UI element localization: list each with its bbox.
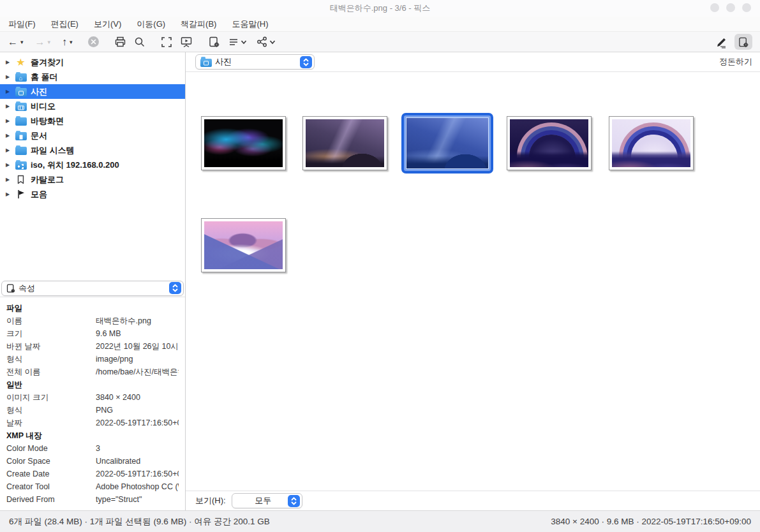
disclosure-triangle-icon[interactable]: ▶ <box>4 89 11 94</box>
thumbnail-milky-way[interactable] <box>302 116 387 170</box>
property-row: 날짜 2022-05-19T17:16:50+0... <box>6 417 179 429</box>
disclosure-triangle-icon[interactable]: ▶ <box>4 147 11 153</box>
property-label: Creator Tool <box>6 482 96 491</box>
menu-go[interactable]: 이동(G) <box>137 18 165 30</box>
properties-selector[interactable]: 속성 <box>1 281 184 296</box>
view-filter-label: 보기(H): <box>195 495 226 506</box>
disclosure-triangle-icon[interactable]: ▶ <box>4 177 11 182</box>
up-icon[interactable]: ↑ <box>62 34 67 50</box>
share-expand-chevron-icon[interactable] <box>268 34 277 50</box>
forward-icon[interactable]: → <box>35 34 45 50</box>
properties-panel: 속성 파일 이름 태백은하수.png 크기 9.6 MB <box>0 279 185 510</box>
stepper-chevrons-icon[interactable] <box>300 56 312 68</box>
star-icon: ★ <box>16 57 25 68</box>
property-row: 이미지 크기 3840 × 2400 <box>6 391 179 404</box>
presentation-icon[interactable] <box>180 34 193 50</box>
property-value: Adobe Photoshop CC (Wi... <box>96 482 179 491</box>
stepper-chevrons-icon[interactable] <box>169 282 181 294</box>
disclosure-triangle-icon[interactable]: ▶ <box>4 103 11 109</box>
places-tree: ▶ ★ 즐겨찾기 ▶ ⌂ 홈 폴더 ▶ 사진 ▶ 비디오 <box>0 52 185 279</box>
property-label: 바뀐 날짜 <box>6 341 96 352</box>
properties-icon[interactable] <box>208 34 220 50</box>
print-icon[interactable] <box>114 34 126 50</box>
sidebar-item-favorites[interactable]: ▶ ★ 즐겨찾기 <box>0 55 185 70</box>
property-value: image/png <box>96 355 179 364</box>
sidebar-item-label: 즐겨찾기 <box>31 57 64 68</box>
folder-icon <box>15 147 27 155</box>
sidebar-item-label: iso, 위치 192.168.0.200 <box>31 159 119 171</box>
menu-help[interactable]: 도움말(H) <box>232 18 268 30</box>
sidebar-item-filesystem[interactable]: ▶ 파일 시스템 <box>0 143 185 158</box>
app-window: 태백은하수.png - 3/6 - 픽스 파일(F) 편집(E) 보기(V) 이… <box>0 0 760 532</box>
folder-selector[interactable]: 사진 <box>195 54 315 70</box>
network-folder-icon <box>15 161 27 170</box>
disclosure-triangle-icon[interactable]: ▶ <box>4 74 11 80</box>
view-filter-bar: 보기(H): 모두 <box>186 491 760 510</box>
status-right-text: 3840 × 2400 · 9.6 MB · 2022-05-19T17:16:… <box>551 517 751 526</box>
edit-pencil-icon[interactable] <box>715 34 728 50</box>
sidebar-item-home[interactable]: ▶ ⌂ 홈 폴더 <box>0 70 185 84</box>
menu-edit[interactable]: 편집(E) <box>51 18 78 30</box>
bookmark-icon <box>17 175 25 184</box>
property-label: Color Space <box>6 457 96 466</box>
property-value: 2022-05-19T17:16:50+0... <box>96 469 179 478</box>
stepper-chevrons-icon[interactable] <box>288 495 300 507</box>
fullscreen-icon[interactable] <box>161 34 172 50</box>
disclosure-triangle-icon[interactable]: ▶ <box>4 191 11 197</box>
documents-folder-icon <box>15 132 27 140</box>
window-close-button[interactable] <box>742 3 751 12</box>
property-label: 날짜 <box>6 418 96 429</box>
property-row: 바뀐 날짜 2022년 10월 26일 10시 4... <box>6 340 179 353</box>
properties-section-title: 일반 <box>6 378 179 391</box>
thumbnail-pastel-hills[interactable] <box>201 218 286 272</box>
thumbnail-rock-arch-light[interactable] <box>609 116 694 170</box>
property-row: Color Mode 3 <box>6 442 179 455</box>
menu-view[interactable]: 보기(V) <box>94 18 121 30</box>
status-bar: 6개 파일 (28.4 MB) · 1개 파일 선택됨 (9.6 MB) · 여… <box>0 510 760 532</box>
property-label: 형식 <box>6 354 96 365</box>
sidebar-item-videos[interactable]: ▶ 비디오 <box>0 99 185 114</box>
view-filter-selector[interactable]: 모두 <box>232 493 302 508</box>
pictures-folder-icon <box>15 88 27 96</box>
toolbar: ← ▾ → ▾ ↑ ▾ <box>0 32 760 52</box>
property-value: 2022-05-19T17:16:50+0... <box>96 418 179 427</box>
disclosure-triangle-icon[interactable]: ▶ <box>4 162 11 168</box>
stop-icon[interactable] <box>88 34 99 50</box>
menu-file[interactable]: 파일(F) <box>8 18 36 30</box>
back-history-chevron-icon[interactable]: ▾ <box>20 34 24 50</box>
sidebar-item-catalog[interactable]: ▶ 카탈로그 <box>0 172 185 187</box>
arrange-button[interactable]: 정돈하기 <box>719 56 752 68</box>
window-minimize-button[interactable] <box>710 3 719 12</box>
disclosure-triangle-icon[interactable]: ▶ <box>4 118 11 124</box>
properties-selector-label: 속성 <box>16 283 169 294</box>
menu-bookmarks[interactable]: 책갈피(B) <box>181 18 216 30</box>
share-icon[interactable] <box>256 34 268 50</box>
property-label: Create Date <box>6 469 96 478</box>
disclosure-triangle-icon[interactable]: ▶ <box>4 133 11 138</box>
thumbnail-milky-way-selected[interactable] <box>401 113 493 174</box>
thumbnail-rock-arch-dark[interactable] <box>507 116 592 170</box>
sidebar-item-pictures[interactable]: ▶ 사진 <box>0 84 185 99</box>
sidebar-item-network-iso[interactable]: ▶ iso, 위치 192.168.0.200 <box>0 158 185 172</box>
sidebar-item-documents[interactable]: ▶ 문서 <box>0 128 185 143</box>
up-history-chevron-icon[interactable]: ▾ <box>70 34 73 50</box>
disclosure-triangle-icon[interactable]: ▶ <box>4 59 11 65</box>
sidebar-item-collections[interactable]: ▶ 모음 <box>0 187 185 202</box>
sidebar-item-label: 문서 <box>31 130 47 142</box>
sidebar-item-label: 모음 <box>31 189 47 200</box>
menu-lines-icon[interactable] <box>228 34 239 50</box>
panel-toggle-button[interactable] <box>734 34 752 50</box>
menu-bar: 파일(F) 편집(E) 보기(V) 이동(G) 책갈피(B) 도움말(H) <box>0 17 760 32</box>
property-value: type="Struct" <box>96 495 179 504</box>
window-maximize-button[interactable] <box>726 3 735 12</box>
back-icon[interactable]: ← <box>8 34 18 50</box>
properties-section-title: 파일 <box>6 302 179 314</box>
menu-expand-chevron-icon[interactable] <box>239 34 248 50</box>
search-icon[interactable] <box>134 34 145 50</box>
thumbnail-aurora-waves[interactable] <box>201 116 286 170</box>
property-label: Color Mode <box>6 444 96 453</box>
property-row: Creator Tool Adobe Photoshop CC (Wi... <box>6 480 179 493</box>
sidebar-item-desktop[interactable]: ▶ 바탕화면 <box>0 114 185 128</box>
forward-history-chevron-icon[interactable]: ▾ <box>48 34 51 50</box>
hills-shape <box>510 151 588 168</box>
